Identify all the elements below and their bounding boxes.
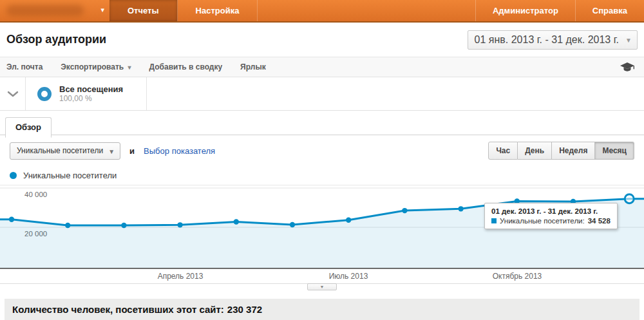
add-to-dashboard-button[interactable]: Добавить в сводку bbox=[149, 62, 223, 71]
tooltip-metric-label: Уникальные посетители: bbox=[500, 217, 585, 225]
tab-settings[interactable]: Настройка bbox=[178, 0, 258, 21]
segment-name: Все посещения bbox=[59, 84, 123, 94]
report-tab-bar: Обзор bbox=[0, 111, 644, 135]
tooltip-series-icon bbox=[491, 218, 497, 223]
collapse-chart-button[interactable]: ▼ bbox=[307, 283, 337, 290]
legend-label: Уникальные посетители bbox=[23, 171, 117, 180]
metric-selector-dropdown[interactable]: Уникальные посетители ▼ bbox=[10, 142, 120, 160]
visitors-summary: Количество человек, посетивших этот сайт… bbox=[5, 299, 639, 320]
granularity-button-day[interactable]: День bbox=[518, 142, 552, 160]
x-axis-labels: Апрель 2013 Июль 2013 Октябрь 2013 bbox=[0, 269, 644, 283]
chart-tooltip: 01 дек. 2013 г. - 31 дек. 2013 г. Уникал… bbox=[484, 203, 618, 229]
education-icon[interactable] bbox=[620, 62, 635, 72]
traffic-chart-area: 20 00040 000 01 дек. 2013 г. - 31 дек. 2… bbox=[0, 185, 644, 269]
chevron-down-icon: ▼ bbox=[320, 285, 325, 289]
date-range-selector[interactable]: 01 янв. 2013 г. - 31 дек. 2013 г. ▼ bbox=[468, 30, 638, 50]
tab-overview[interactable]: Обзор bbox=[5, 117, 52, 138]
chevron-down-icon: ▼ bbox=[108, 148, 115, 155]
shortcut-button[interactable]: Ярлык bbox=[240, 62, 266, 71]
action-toolbar: Эл. почта Экспортировать ▾ Добавить в св… bbox=[0, 57, 644, 77]
export-label: Экспортировать bbox=[61, 62, 124, 71]
granularity-button-month[interactable]: Месяц bbox=[595, 142, 634, 160]
summary-text: Количество человек, посетивших этот сайт… bbox=[12, 304, 224, 315]
granularity-button-week[interactable]: Неделя bbox=[552, 142, 595, 160]
date-range-text: 01 янв. 2013 г. - 31 дек. 2013 г. bbox=[475, 34, 619, 46]
x-axis-label: Апрель 2013 bbox=[158, 272, 204, 281]
x-axis-label: Июль 2013 bbox=[329, 272, 368, 281]
segment-expander-button[interactable] bbox=[0, 77, 26, 110]
metric-picker-link[interactable]: Выбор показателя bbox=[144, 146, 215, 156]
metric-controls: Уникальные посетители ▼ и Выбор показате… bbox=[0, 135, 644, 166]
summary-value: 230 372 bbox=[227, 304, 262, 315]
chart-legend: Уникальные посетители bbox=[0, 166, 644, 185]
segment-row: Все посещения 100,00 % bbox=[0, 77, 644, 111]
granularity-button-group: Час День Неделя Месяц bbox=[488, 142, 634, 160]
account-selector[interactable]: ▾ bbox=[0, 0, 109, 21]
conjunction-text: и bbox=[129, 146, 135, 156]
segment-donut-icon bbox=[37, 87, 52, 101]
account-name-redacted bbox=[6, 5, 84, 16]
admin-link[interactable]: Администратор bbox=[475, 0, 575, 21]
granularity-button-hour[interactable]: Час bbox=[488, 142, 518, 160]
metric-selector-value: Уникальные посетители bbox=[17, 146, 103, 155]
tooltip-metric-value: 34 528 bbox=[588, 217, 611, 225]
title-row: Обзор аудитории 01 янв. 2013 г. - 31 дек… bbox=[0, 23, 644, 57]
page-title: Обзор аудитории bbox=[0, 33, 468, 46]
email-button[interactable]: Эл. почта bbox=[6, 62, 43, 71]
tab-reports[interactable]: Отчеты bbox=[109, 0, 178, 21]
legend-dot-icon bbox=[10, 172, 17, 179]
top-navigation-bar: ▾ Отчеты Настройка Администратор Справка bbox=[0, 0, 644, 23]
topbar-spacer bbox=[258, 0, 475, 21]
help-link[interactable]: Справка bbox=[575, 0, 644, 21]
chart-footer-divider: ▼ bbox=[0, 283, 644, 294]
chevron-down-icon bbox=[7, 91, 19, 97]
segment-card-all-visits[interactable]: Все посещения 100,00 % bbox=[26, 77, 147, 110]
chevron-down-icon: ▼ bbox=[625, 37, 632, 44]
segment-percent: 100,00 % bbox=[59, 94, 123, 103]
chevron-down-icon: ▾ bbox=[100, 6, 104, 14]
tooltip-title: 01 дек. 2013 г. - 31 дек. 2013 г. bbox=[491, 207, 611, 215]
svg-text:40 000: 40 000 bbox=[24, 191, 47, 198]
chevron-down-icon: ▾ bbox=[128, 64, 131, 71]
x-axis-label: Октябрь 2013 bbox=[493, 272, 542, 281]
export-button[interactable]: Экспортировать ▾ bbox=[61, 62, 131, 71]
